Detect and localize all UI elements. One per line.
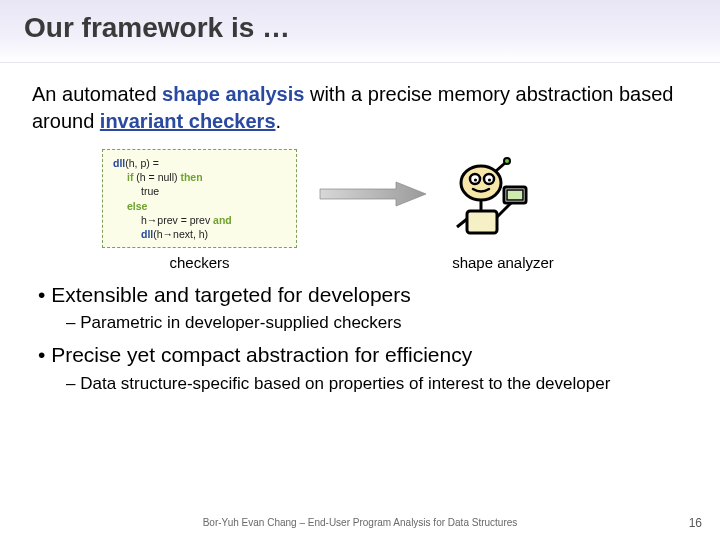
code-l1b: (h, p) = bbox=[125, 157, 159, 169]
code-and: and bbox=[213, 214, 232, 226]
svg-line-6 bbox=[496, 163, 505, 171]
term-shape-analysis: shape analysis bbox=[162, 83, 304, 105]
title-bar: Our framework is … bbox=[0, 0, 720, 63]
code-true: true bbox=[113, 184, 286, 198]
code-else: else bbox=[127, 200, 147, 212]
page-number: 16 bbox=[689, 516, 702, 530]
intro-pre: An automated bbox=[32, 83, 162, 105]
code-then: then bbox=[180, 171, 202, 183]
arrow-icon bbox=[313, 149, 433, 209]
svg-point-7 bbox=[504, 158, 510, 164]
diagram-row: dll(h, p) = if (h = null) then true else… bbox=[102, 149, 688, 248]
bullet-1-text: Extensible and targeted for developers bbox=[51, 283, 411, 306]
intro-post: . bbox=[276, 110, 282, 132]
checker-code-box: dll(h, p) = if (h = null) then true else… bbox=[102, 149, 297, 248]
bullet-2-text: Precise yet compact abstraction for effi… bbox=[51, 343, 472, 366]
term-invariant-checkers: invariant checkers bbox=[100, 110, 276, 132]
caption-shape-analyzer: shape analyzer bbox=[433, 254, 573, 271]
sub-2-text: Data structure-specific based on propert… bbox=[80, 374, 610, 393]
robot-icon bbox=[449, 149, 529, 243]
bullet-list: Extensible and targeted for developers P… bbox=[32, 281, 688, 395]
code-dll-1: dll bbox=[113, 157, 125, 169]
sub-list-2: Data structure-specific based on propert… bbox=[38, 373, 688, 396]
caption-spacer bbox=[297, 254, 433, 271]
code-dll-2: dll bbox=[141, 228, 153, 240]
caption-row: checkers shape analyzer bbox=[102, 254, 688, 271]
bullet-1: Extensible and targeted for developers P… bbox=[38, 281, 688, 335]
svg-point-1 bbox=[461, 166, 501, 200]
footer-text: Bor-Yuh Evan Chang – End-User Program An… bbox=[0, 517, 720, 528]
svg-point-4 bbox=[474, 178, 477, 181]
slide-title: Our framework is … bbox=[24, 12, 696, 44]
svg-rect-9 bbox=[467, 211, 497, 233]
code-l2b: (h = null) bbox=[133, 171, 180, 183]
svg-marker-0 bbox=[320, 182, 426, 206]
svg-line-12 bbox=[497, 203, 511, 217]
code-l5a: h→prev = prev bbox=[141, 214, 213, 226]
sub-1-text: Parametric in developer-supplied checker… bbox=[80, 313, 401, 332]
code-l6b: (h→next, h) bbox=[153, 228, 208, 240]
sub-2: Data structure-specific based on propert… bbox=[66, 373, 688, 396]
slide-content: An automated shape analysis with a preci… bbox=[0, 63, 720, 396]
bullet-2: Precise yet compact abstraction for effi… bbox=[38, 341, 688, 395]
svg-point-5 bbox=[488, 178, 491, 181]
svg-rect-11 bbox=[507, 190, 523, 200]
intro-paragraph: An automated shape analysis with a preci… bbox=[32, 81, 688, 135]
sub-list-1: Parametric in developer-supplied checker… bbox=[38, 312, 688, 335]
caption-checkers: checkers bbox=[102, 254, 297, 271]
sub-1: Parametric in developer-supplied checker… bbox=[66, 312, 688, 335]
